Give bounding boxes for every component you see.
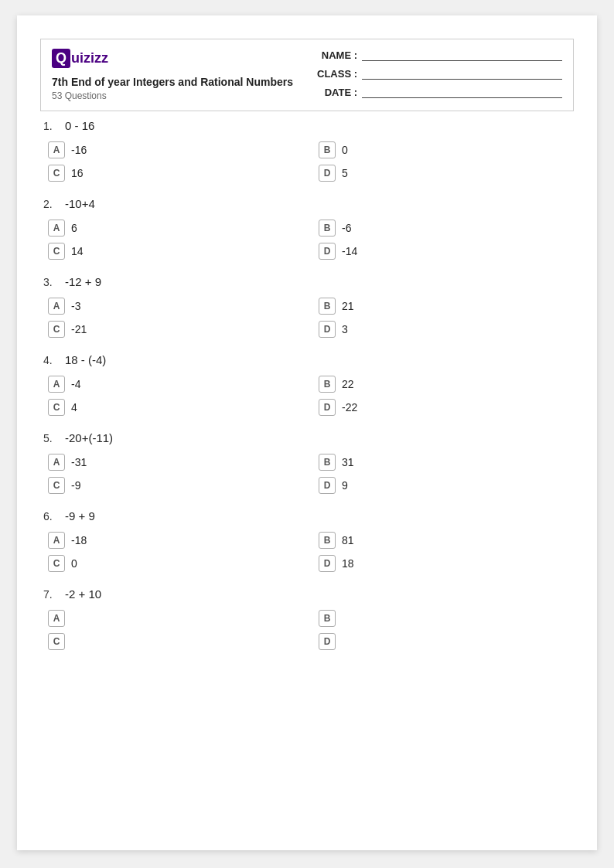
option-b[interactable]: B22	[319, 376, 574, 393]
option-letter-a: A	[48, 298, 65, 315]
quiz-subtitle: 53 Questions	[52, 90, 293, 101]
options-grid: A-18B81C0D18	[40, 532, 574, 572]
option-c[interactable]: C-9	[48, 477, 303, 494]
question-header: 6.-9 + 9	[40, 509, 574, 523]
logo-text: uizizz	[71, 50, 108, 66]
option-letter-d: D	[319, 321, 336, 338]
option-a[interactable]: A-31	[48, 454, 303, 471]
question-block: 1.0 - 16A-16B0C16D5	[40, 119, 574, 182]
option-c[interactable]: C4	[48, 399, 303, 416]
option-letter-c: C	[48, 321, 65, 338]
option-value-c: 4	[71, 401, 77, 414]
option-d[interactable]: D5	[319, 165, 574, 182]
option-letter-b: B	[319, 141, 336, 158]
option-letter-b: B	[319, 298, 336, 315]
question-block: 7.-2 + 10ABCD	[40, 587, 574, 650]
option-a[interactable]: A-4	[48, 376, 303, 393]
question-header: 1.0 - 16	[40, 119, 574, 132]
option-letter-a: A	[48, 454, 65, 471]
option-b[interactable]: B0	[319, 141, 574, 158]
options-grid: A-16B0C16D5	[40, 141, 574, 182]
option-letter-d: D	[319, 633, 336, 650]
options-grid: A6B-6C14D-14	[40, 220, 574, 260]
date-line	[362, 86, 562, 98]
question-header: 5.-20+(-11)	[40, 431, 574, 444]
questions-container: 1.0 - 16A-16B0C16D52.-10+4A6B-6C14D-143.…	[17, 111, 597, 650]
option-letter-a: A	[48, 141, 65, 158]
option-letter-b: B	[319, 610, 336, 627]
option-letter-c: C	[48, 477, 65, 494]
option-value-c: 14	[71, 245, 84, 257]
option-value-a: -4	[71, 378, 80, 390]
option-d[interactable]: D-22	[319, 399, 574, 416]
option-a[interactable]: A-3	[48, 298, 303, 315]
option-letter-d: D	[319, 477, 336, 494]
option-d[interactable]: D18	[319, 555, 574, 572]
class-field-row: CLASS :	[315, 67, 562, 80]
option-a[interactable]: A-18	[48, 532, 303, 549]
option-b[interactable]: B-6	[319, 220, 574, 237]
option-c[interactable]: C16	[48, 165, 303, 182]
question-number: 3.	[43, 276, 59, 288]
header: Q uizizz 7th End of year Integers and Ra…	[40, 39, 574, 111]
option-a[interactable]: A	[48, 610, 303, 627]
option-b[interactable]: B21	[319, 298, 574, 315]
option-letter-c: C	[48, 633, 65, 650]
question-text: -9 + 9	[65, 509, 95, 523]
question-number: 2.	[43, 198, 59, 210]
question-text: 0 - 16	[65, 119, 94, 132]
option-c[interactable]: C-21	[48, 321, 303, 338]
option-value-d: 9	[342, 479, 348, 492]
option-d[interactable]: D-14	[319, 243, 574, 260]
question-number: 1.	[43, 120, 59, 132]
option-value-d: -14	[342, 245, 357, 257]
date-field-row: DATE :	[315, 86, 562, 98]
question-block: 5.-20+(-11)A-31B31C-9D9	[40, 431, 574, 494]
option-value-b: 21	[342, 300, 354, 312]
option-c[interactable]: C0	[48, 555, 303, 572]
option-letter-d: D	[319, 165, 336, 182]
option-letter-c: C	[48, 399, 65, 416]
option-letter-d: D	[319, 243, 336, 260]
page: Q uizizz 7th End of year Integers and Ra…	[17, 15, 597, 850]
option-value-d: 18	[342, 557, 354, 570]
question-block: 3.-12 + 9A-3B21C-21D3	[40, 275, 574, 338]
question-number: 5.	[43, 432, 59, 444]
option-letter-b: B	[319, 454, 336, 471]
name-field-row: NAME :	[315, 49, 562, 61]
option-value-a: -16	[71, 144, 87, 156]
option-letter-a: A	[48, 376, 65, 393]
option-d[interactable]: D	[319, 633, 574, 650]
option-b[interactable]: B31	[319, 454, 574, 471]
class-line	[362, 67, 562, 80]
logo-q: Q	[52, 49, 70, 68]
option-b[interactable]: B	[319, 610, 574, 627]
option-c[interactable]: C14	[48, 243, 303, 260]
option-a[interactable]: A-16	[48, 141, 303, 158]
option-value-c: 16	[71, 167, 84, 179]
option-a[interactable]: A6	[48, 220, 303, 237]
option-c[interactable]: C	[48, 633, 303, 650]
option-value-d: 3	[342, 323, 348, 335]
option-value-a: -31	[71, 456, 87, 468]
option-letter-b: B	[319, 220, 336, 237]
question-block: 6.-9 + 9A-18B81C0D18	[40, 509, 574, 572]
option-letter-a: A	[48, 532, 65, 549]
option-d[interactable]: D9	[319, 477, 574, 494]
option-value-b: -6	[342, 222, 351, 234]
option-letter-a: A	[48, 220, 65, 237]
option-d[interactable]: D3	[319, 321, 574, 338]
question-header: 4.18 - (-4)	[40, 353, 574, 366]
options-grid: A-4B22C4D-22	[40, 376, 574, 416]
question-text: -10+4	[65, 197, 95, 210]
option-value-c: 0	[71, 557, 77, 570]
option-letter-b: B	[319, 376, 336, 393]
header-right: NAME : CLASS : DATE :	[315, 49, 562, 98]
option-letter-a: A	[48, 610, 65, 627]
question-text: -12 + 9	[65, 275, 101, 288]
option-value-b: 31	[342, 456, 354, 468]
option-letter-c: C	[48, 165, 65, 182]
option-value-a: -3	[71, 300, 80, 312]
option-b[interactable]: B81	[319, 532, 574, 549]
logo: Q uizizz	[52, 49, 293, 68]
